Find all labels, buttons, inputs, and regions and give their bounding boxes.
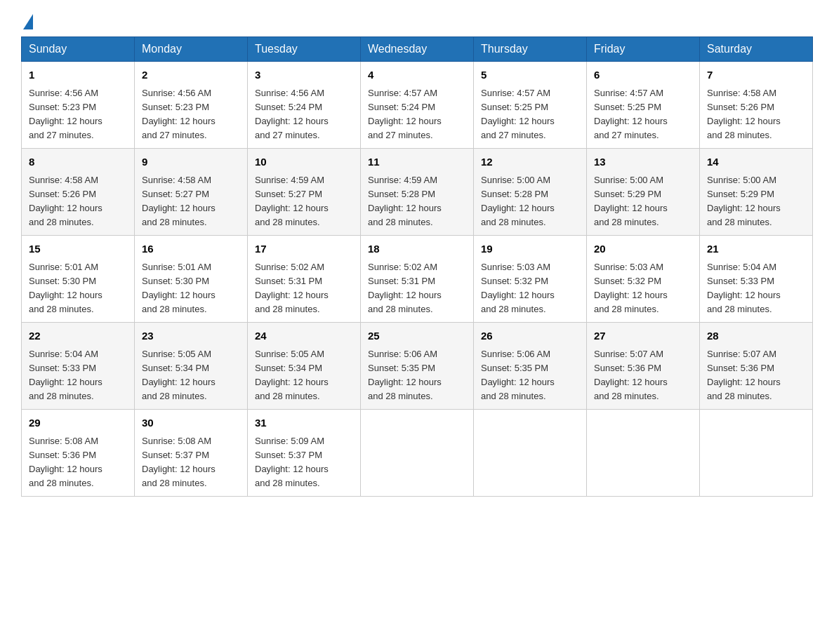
day-info: Sunrise: 5:02 AMSunset: 5:31 PMDaylight:… bbox=[255, 260, 353, 317]
calendar-cell: 18Sunrise: 5:02 AMSunset: 5:31 PMDayligh… bbox=[361, 236, 474, 323]
day-info: Sunrise: 5:00 AMSunset: 5:29 PMDaylight:… bbox=[707, 173, 805, 230]
day-info: Sunrise: 5:08 AMSunset: 5:37 PMDaylight:… bbox=[142, 434, 240, 491]
day-info: Sunrise: 4:57 AMSunset: 5:25 PMDaylight:… bbox=[481, 86, 579, 143]
calendar-cell: 11Sunrise: 4:59 AMSunset: 5:28 PMDayligh… bbox=[361, 149, 474, 236]
calendar-cell: 23Sunrise: 5:05 AMSunset: 5:34 PMDayligh… bbox=[135, 323, 248, 410]
day-number: 15 bbox=[29, 241, 127, 257]
calendar-week-5: 29Sunrise: 5:08 AMSunset: 5:36 PMDayligh… bbox=[22, 410, 813, 497]
day-number: 31 bbox=[255, 415, 353, 431]
calendar-header-row: SundayMondayTuesdayWednesdayThursdayFrid… bbox=[22, 37, 813, 62]
calendar-cell bbox=[474, 410, 587, 497]
day-info: Sunrise: 5:07 AMSunset: 5:36 PMDaylight:… bbox=[594, 347, 692, 404]
day-number: 2 bbox=[142, 67, 240, 83]
calendar-cell: 14Sunrise: 5:00 AMSunset: 5:29 PMDayligh… bbox=[700, 149, 813, 236]
calendar-cell: 8Sunrise: 4:58 AMSunset: 5:26 PMDaylight… bbox=[22, 149, 135, 236]
calendar-cell: 17Sunrise: 5:02 AMSunset: 5:31 PMDayligh… bbox=[248, 236, 361, 323]
calendar-header-sunday: Sunday bbox=[22, 37, 135, 62]
day-info: Sunrise: 4:57 AMSunset: 5:25 PMDaylight:… bbox=[594, 86, 692, 143]
day-number: 4 bbox=[368, 67, 466, 83]
day-info: Sunrise: 4:58 AMSunset: 5:27 PMDaylight:… bbox=[142, 173, 240, 230]
day-number: 20 bbox=[594, 241, 692, 257]
day-number: 7 bbox=[707, 67, 805, 83]
calendar-week-4: 22Sunrise: 5:04 AMSunset: 5:33 PMDayligh… bbox=[22, 323, 813, 410]
calendar-cell: 7Sunrise: 4:58 AMSunset: 5:26 PMDaylight… bbox=[700, 62, 813, 149]
day-number: 17 bbox=[255, 241, 353, 257]
calendar-cell: 21Sunrise: 5:04 AMSunset: 5:33 PMDayligh… bbox=[700, 236, 813, 323]
page-header bbox=[21, 14, 813, 29]
day-number: 23 bbox=[142, 328, 240, 344]
day-number: 3 bbox=[255, 67, 353, 83]
calendar-header-friday: Friday bbox=[587, 37, 700, 62]
day-number: 28 bbox=[707, 328, 805, 344]
day-info: Sunrise: 5:04 AMSunset: 5:33 PMDaylight:… bbox=[29, 347, 127, 404]
day-info: Sunrise: 4:56 AMSunset: 5:23 PMDaylight:… bbox=[142, 86, 240, 143]
day-number: 21 bbox=[707, 241, 805, 257]
calendar-cell: 29Sunrise: 5:08 AMSunset: 5:36 PMDayligh… bbox=[22, 410, 135, 497]
day-number: 1 bbox=[29, 67, 127, 83]
day-info: Sunrise: 5:06 AMSunset: 5:35 PMDaylight:… bbox=[368, 347, 466, 404]
calendar-cell: 20Sunrise: 5:03 AMSunset: 5:32 PMDayligh… bbox=[587, 236, 700, 323]
logo-triangle-icon bbox=[23, 14, 33, 29]
day-info: Sunrise: 5:06 AMSunset: 5:35 PMDaylight:… bbox=[481, 347, 579, 404]
day-info: Sunrise: 5:03 AMSunset: 5:32 PMDaylight:… bbox=[594, 260, 692, 317]
day-number: 8 bbox=[29, 154, 127, 170]
day-info: Sunrise: 4:57 AMSunset: 5:24 PMDaylight:… bbox=[368, 86, 466, 143]
day-info: Sunrise: 5:09 AMSunset: 5:37 PMDaylight:… bbox=[255, 434, 353, 491]
day-info: Sunrise: 4:59 AMSunset: 5:27 PMDaylight:… bbox=[255, 173, 353, 230]
calendar-cell: 2Sunrise: 4:56 AMSunset: 5:23 PMDaylight… bbox=[135, 62, 248, 149]
calendar-cell: 25Sunrise: 5:06 AMSunset: 5:35 PMDayligh… bbox=[361, 323, 474, 410]
calendar-cell bbox=[700, 410, 813, 497]
day-info: Sunrise: 5:07 AMSunset: 5:36 PMDaylight:… bbox=[707, 347, 805, 404]
calendar-header-thursday: Thursday bbox=[474, 37, 587, 62]
day-number: 26 bbox=[481, 328, 579, 344]
calendar-cell: 16Sunrise: 5:01 AMSunset: 5:30 PMDayligh… bbox=[135, 236, 248, 323]
calendar-header-tuesday: Tuesday bbox=[248, 37, 361, 62]
calendar-cell: 24Sunrise: 5:05 AMSunset: 5:34 PMDayligh… bbox=[248, 323, 361, 410]
calendar-cell: 30Sunrise: 5:08 AMSunset: 5:37 PMDayligh… bbox=[135, 410, 248, 497]
day-number: 6 bbox=[594, 67, 692, 83]
day-info: Sunrise: 5:05 AMSunset: 5:34 PMDaylight:… bbox=[255, 347, 353, 404]
calendar-cell: 3Sunrise: 4:56 AMSunset: 5:24 PMDaylight… bbox=[248, 62, 361, 149]
day-info: Sunrise: 4:58 AMSunset: 5:26 PMDaylight:… bbox=[29, 173, 127, 230]
day-number: 22 bbox=[29, 328, 127, 344]
day-number: 27 bbox=[594, 328, 692, 344]
calendar-cell: 6Sunrise: 4:57 AMSunset: 5:25 PMDaylight… bbox=[587, 62, 700, 149]
calendar-cell: 13Sunrise: 5:00 AMSunset: 5:29 PMDayligh… bbox=[587, 149, 700, 236]
day-number: 13 bbox=[594, 154, 692, 170]
day-number: 5 bbox=[481, 67, 579, 83]
calendar-cell bbox=[587, 410, 700, 497]
calendar-cell: 4Sunrise: 4:57 AMSunset: 5:24 PMDaylight… bbox=[361, 62, 474, 149]
day-info: Sunrise: 4:59 AMSunset: 5:28 PMDaylight:… bbox=[368, 173, 466, 230]
calendar-cell: 1Sunrise: 4:56 AMSunset: 5:23 PMDaylight… bbox=[22, 62, 135, 149]
day-info: Sunrise: 4:58 AMSunset: 5:26 PMDaylight:… bbox=[707, 86, 805, 143]
day-info: Sunrise: 5:08 AMSunset: 5:36 PMDaylight:… bbox=[29, 434, 127, 491]
day-info: Sunrise: 5:01 AMSunset: 5:30 PMDaylight:… bbox=[29, 260, 127, 317]
calendar-cell: 9Sunrise: 4:58 AMSunset: 5:27 PMDaylight… bbox=[135, 149, 248, 236]
calendar-week-1: 1Sunrise: 4:56 AMSunset: 5:23 PMDaylight… bbox=[22, 62, 813, 149]
calendar-cell: 19Sunrise: 5:03 AMSunset: 5:32 PMDayligh… bbox=[474, 236, 587, 323]
calendar-week-3: 15Sunrise: 5:01 AMSunset: 5:30 PMDayligh… bbox=[22, 236, 813, 323]
day-number: 14 bbox=[707, 154, 805, 170]
calendar-cell: 31Sunrise: 5:09 AMSunset: 5:37 PMDayligh… bbox=[248, 410, 361, 497]
day-info: Sunrise: 5:05 AMSunset: 5:34 PMDaylight:… bbox=[142, 347, 240, 404]
day-number: 19 bbox=[481, 241, 579, 257]
day-number: 18 bbox=[368, 241, 466, 257]
day-number: 16 bbox=[142, 241, 240, 257]
calendar-cell: 28Sunrise: 5:07 AMSunset: 5:36 PMDayligh… bbox=[700, 323, 813, 410]
calendar-cell: 15Sunrise: 5:01 AMSunset: 5:30 PMDayligh… bbox=[22, 236, 135, 323]
day-number: 10 bbox=[255, 154, 353, 170]
day-number: 30 bbox=[142, 415, 240, 431]
calendar-cell: 22Sunrise: 5:04 AMSunset: 5:33 PMDayligh… bbox=[22, 323, 135, 410]
calendar-cell: 26Sunrise: 5:06 AMSunset: 5:35 PMDayligh… bbox=[474, 323, 587, 410]
day-number: 25 bbox=[368, 328, 466, 344]
calendar-cell: 27Sunrise: 5:07 AMSunset: 5:36 PMDayligh… bbox=[587, 323, 700, 410]
day-info: Sunrise: 5:03 AMSunset: 5:32 PMDaylight:… bbox=[481, 260, 579, 317]
day-info: Sunrise: 5:01 AMSunset: 5:30 PMDaylight:… bbox=[142, 260, 240, 317]
day-info: Sunrise: 5:00 AMSunset: 5:28 PMDaylight:… bbox=[481, 173, 579, 230]
day-number: 24 bbox=[255, 328, 353, 344]
calendar-cell: 10Sunrise: 4:59 AMSunset: 5:27 PMDayligh… bbox=[248, 149, 361, 236]
calendar-cell: 12Sunrise: 5:00 AMSunset: 5:28 PMDayligh… bbox=[474, 149, 587, 236]
day-info: Sunrise: 4:56 AMSunset: 5:24 PMDaylight:… bbox=[255, 86, 353, 143]
calendar-header-saturday: Saturday bbox=[700, 37, 813, 62]
day-number: 11 bbox=[368, 154, 466, 170]
